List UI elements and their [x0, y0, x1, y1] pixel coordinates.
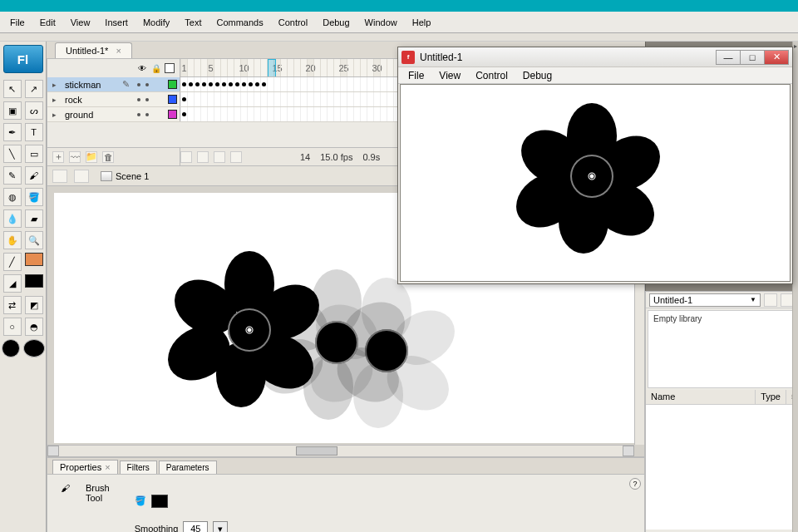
library-col-name[interactable]: Name — [646, 390, 756, 404]
stroke-color[interactable]: ╱ — [3, 253, 22, 271]
pen-tool[interactable]: ✒ — [3, 123, 22, 141]
paintbucket-tool[interactable]: 🪣 — [25, 188, 43, 206]
tab-properties[interactable]: Properties× — [52, 460, 118, 474]
smoothing-dropdown-icon[interactable]: ▾ — [213, 521, 228, 532]
outline-column-icon[interactable] — [165, 63, 175, 73]
freetransform-tool[interactable]: ▣ — [3, 101, 22, 120]
subselection-tool[interactable]: ↗ — [25, 80, 43, 98]
fold-icon[interactable]: ▸ — [52, 81, 61, 89]
menu-file[interactable]: File — [3, 14, 32, 31]
menu-modify[interactable]: Modify — [136, 14, 176, 31]
eyedropper-tool[interactable]: 💧 — [3, 209, 22, 228]
delete-layer-icon[interactable]: 🗑 — [102, 151, 114, 163]
player-menu-file[interactable]: File — [401, 68, 431, 83]
option-b[interactable]: ◓ — [25, 318, 43, 336]
menu-control[interactable]: Control — [272, 14, 314, 31]
fold-icon[interactable]: ▸ — [52, 96, 61, 104]
playhead[interactable] — [268, 59, 276, 77]
tool-name-line1: Brush — [86, 483, 110, 493]
menu-edit[interactable]: Edit — [33, 14, 62, 31]
scroll-thumb[interactable] — [296, 446, 337, 456]
eraser-tool[interactable]: ▰ — [25, 209, 43, 228]
player-menu-view[interactable]: View — [432, 68, 467, 83]
player-titlebar[interactable]: f Untitled-1 — □ ✕ — [398, 47, 792, 67]
close-icon[interactable]: × — [105, 462, 110, 472]
pencil-tool[interactable]: ✎ — [3, 166, 22, 185]
add-folder-icon[interactable]: 📁 — [86, 151, 97, 163]
menu-text[interactable]: Text — [178, 14, 208, 31]
option-a[interactable]: ○ — [3, 318, 22, 336]
document-tab[interactable]: Untitled-1* × — [55, 42, 132, 58]
smoothing-input[interactable]: 45 — [183, 521, 208, 532]
layer-color-swatch[interactable] — [168, 95, 177, 104]
fold-icon[interactable]: ▸ — [52, 111, 61, 119]
menu-debug[interactable]: Debug — [316, 14, 356, 31]
scene-crumb[interactable]: Scene 1 — [101, 171, 149, 181]
player-menu-debug[interactable]: Debug — [516, 68, 559, 83]
fill-color[interactable]: ◢ — [3, 274, 22, 293]
edit-multiple-icon[interactable] — [230, 151, 242, 163]
help-icon[interactable]: ? — [629, 478, 641, 490]
elapsed-time: 0.9s — [362, 152, 380, 162]
scroll-right-icon[interactable] — [623, 446, 634, 456]
add-motion-guide-icon[interactable]: 〰 — [69, 151, 81, 163]
ruler-tick: 25 — [340, 59, 347, 76]
tab-parameters[interactable]: Parameters — [159, 461, 217, 474]
minimize-button[interactable]: — — [716, 50, 741, 65]
stage-hscroll[interactable] — [47, 445, 634, 456]
brush-shape[interactable] — [23, 339, 45, 357]
fill-swatch[interactable] — [25, 274, 43, 288]
layer-color-swatch[interactable] — [168, 110, 177, 119]
library-document-dropdown[interactable]: Untitled-1▼ — [649, 293, 761, 307]
stage-artwork[interactable] — [179, 259, 320, 401]
line-tool[interactable]: ╲ — [3, 145, 22, 163]
scene-name: Scene 1 — [116, 171, 149, 181]
swf-player-window[interactable]: f Untitled-1 — □ ✕ File View Control Deb… — [397, 47, 793, 284]
layer-name-label: ground — [65, 110, 130, 120]
tab-filters[interactable]: Filters — [120, 461, 157, 474]
center-frame-icon[interactable] — [180, 151, 192, 163]
lock-column-icon[interactable] — [151, 63, 161, 73]
stroke-swatch[interactable] — [25, 253, 43, 266]
default-colors[interactable]: ◩ — [25, 296, 43, 314]
fill-bucket-icon: 🪣 — [135, 495, 146, 507]
library-col-type[interactable]: Type — [756, 390, 786, 404]
scroll-left-icon[interactable] — [47, 446, 59, 456]
edit-back-icon[interactable] — [74, 170, 89, 183]
visibility-column-icon[interactable] — [138, 63, 148, 73]
document-tab-close-icon[interactable]: × — [116, 46, 121, 56]
collapse-arrow-icon[interactable]: ▸ — [792, 42, 798, 50]
selection-tool[interactable]: ↖ — [3, 80, 22, 98]
hand-tool[interactable]: ✋ — [3, 231, 22, 249]
zoom-tool[interactable]: 🔍 — [25, 231, 43, 249]
player-menu-control[interactable]: Control — [469, 68, 515, 83]
library-list[interactable] — [646, 405, 797, 530]
smoothing-label: Smoothing — [135, 524, 179, 532]
brush-tool[interactable]: 🖌 — [25, 166, 43, 185]
menu-insert[interactable]: Insert — [98, 14, 135, 31]
onion-outline-icon[interactable] — [214, 151, 225, 163]
layer-header — [47, 59, 180, 77]
ruler-tick: 1 — [180, 59, 187, 76]
text-tool[interactable]: T — [25, 123, 43, 141]
menu-window[interactable]: Window — [358, 14, 404, 31]
layer-color-swatch[interactable] — [168, 80, 177, 89]
inkbottle-tool[interactable]: ◍ — [3, 188, 22, 206]
add-layer-icon[interactable]: ＋ — [52, 151, 64, 163]
menu-view[interactable]: View — [64, 14, 97, 31]
menu-commands[interactable]: Commands — [209, 14, 269, 31]
brush-size[interactable] — [2, 339, 20, 357]
edit-scene-icon[interactable] — [52, 170, 67, 183]
flash-player-icon: f — [401, 51, 415, 64]
swap-colors[interactable]: ⇄ — [3, 296, 22, 314]
close-button[interactable]: ✕ — [764, 50, 789, 65]
rectangle-tool[interactable]: ▭ — [25, 145, 43, 163]
collapse-strip[interactable] — [792, 42, 798, 532]
lasso-tool[interactable]: ᔕ — [25, 101, 43, 120]
ruler-tick: 10 — [240, 59, 247, 76]
maximize-button[interactable]: □ — [740, 50, 765, 65]
menu-help[interactable]: Help — [406, 14, 438, 31]
fill-color-swatch[interactable] — [151, 495, 168, 508]
pin-library-icon[interactable] — [764, 293, 777, 307]
onion-skin-icon[interactable] — [197, 151, 209, 163]
